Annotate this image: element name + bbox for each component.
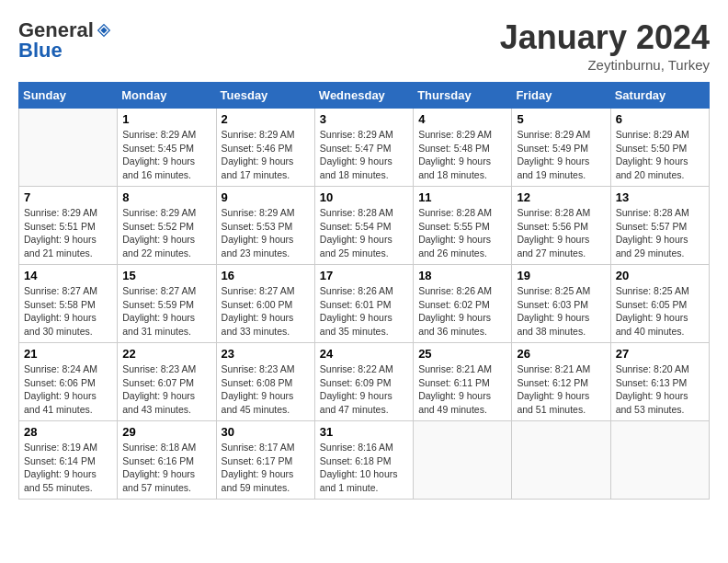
day-number: 7	[24, 190, 112, 204]
day-info: Sunrise: 8:26 AMSunset: 6:01 PMDaylight:…	[320, 284, 408, 339]
calendar-header-row: SundayMondayTuesdayWednesdayThursdayFrid…	[19, 83, 710, 109]
day-info: Sunrise: 8:22 AMSunset: 6:09 PMDaylight:…	[320, 362, 408, 417]
day-info: Sunrise: 8:28 AMSunset: 5:56 PMDaylight:…	[517, 206, 605, 260]
day-info: Sunrise: 8:25 AMSunset: 6:03 PMDaylight:…	[517, 284, 605, 339]
logo: General Blue	[18, 18, 112, 63]
calendar-cell	[414, 421, 512, 500]
day-number: 3	[320, 112, 408, 126]
day-number: 23	[222, 347, 310, 361]
week-row-4: 21Sunrise: 8:24 AMSunset: 6:06 PMDayligh…	[19, 343, 710, 421]
day-header-saturday: Saturday	[610, 83, 709, 109]
calendar-cell: 5Sunrise: 8:29 AMSunset: 5:49 PMDaylight…	[512, 109, 610, 187]
calendar-cell: 14Sunrise: 8:27 AMSunset: 5:58 PMDayligh…	[19, 265, 118, 343]
week-row-3: 14Sunrise: 8:27 AMSunset: 5:58 PMDayligh…	[19, 265, 710, 343]
day-info: Sunrise: 8:19 AMSunset: 6:14 PMDaylight:…	[24, 441, 112, 495]
day-info: Sunrise: 8:16 AMSunset: 6:18 PMDaylight:…	[320, 441, 408, 495]
day-number: 18	[418, 269, 506, 282]
day-number: 8	[122, 190, 210, 204]
subtitle: Zeytinburnu, Turkey	[500, 57, 710, 73]
day-number: 30	[222, 425, 310, 439]
day-info: Sunrise: 8:27 AMSunset: 5:59 PMDaylight:…	[122, 284, 210, 339]
day-number: 31	[320, 425, 408, 439]
day-header-wednesday: Wednesday	[314, 83, 413, 109]
logo-blue: Blue	[18, 39, 63, 63]
calendar-cell: 30Sunrise: 8:17 AMSunset: 6:17 PMDayligh…	[216, 421, 314, 500]
calendar-cell: 20Sunrise: 8:25 AMSunset: 6:05 PMDayligh…	[610, 265, 709, 343]
day-number: 20	[616, 269, 704, 282]
day-number: 5	[517, 112, 605, 126]
day-info: Sunrise: 8:29 AMSunset: 5:51 PMDaylight:…	[24, 206, 112, 260]
day-info: Sunrise: 8:29 AMSunset: 5:47 PMDaylight:…	[320, 128, 408, 182]
day-info: Sunrise: 8:29 AMSunset: 5:50 PMDaylight:…	[616, 128, 704, 182]
calendar-cell	[512, 421, 610, 500]
day-header-tuesday: Tuesday	[216, 83, 314, 109]
day-info: Sunrise: 8:21 AMSunset: 6:12 PMDaylight:…	[517, 362, 605, 417]
day-number: 15	[122, 269, 210, 282]
day-info: Sunrise: 8:28 AMSunset: 5:54 PMDaylight:…	[320, 206, 408, 260]
day-info: Sunrise: 8:29 AMSunset: 5:45 PMDaylight:…	[122, 128, 210, 182]
day-info: Sunrise: 8:21 AMSunset: 6:11 PMDaylight:…	[418, 362, 506, 417]
day-info: Sunrise: 8:23 AMSunset: 6:07 PMDaylight:…	[122, 362, 210, 417]
week-row-2: 7Sunrise: 8:29 AMSunset: 5:51 PMDaylight…	[19, 187, 710, 265]
day-number: 9	[222, 190, 310, 204]
calendar-cell: 31Sunrise: 8:16 AMSunset: 6:18 PMDayligh…	[314, 421, 413, 500]
calendar-cell: 17Sunrise: 8:26 AMSunset: 6:01 PMDayligh…	[314, 265, 413, 343]
calendar-cell: 3Sunrise: 8:29 AMSunset: 5:47 PMDaylight…	[314, 109, 413, 187]
calendar-cell: 2Sunrise: 8:29 AMSunset: 5:46 PMDaylight…	[216, 109, 314, 187]
calendar-cell: 8Sunrise: 8:29 AMSunset: 5:52 PMDaylight…	[118, 187, 216, 265]
day-number: 22	[122, 347, 210, 361]
day-header-friday: Friday	[512, 83, 610, 109]
week-row-1: 1Sunrise: 8:29 AMSunset: 5:45 PMDaylight…	[19, 109, 710, 187]
calendar-cell: 15Sunrise: 8:27 AMSunset: 5:59 PMDayligh…	[118, 265, 216, 343]
calendar-cell: 11Sunrise: 8:28 AMSunset: 5:55 PMDayligh…	[414, 187, 512, 265]
calendar-table: SundayMondayTuesdayWednesdayThursdayFrid…	[18, 82, 710, 500]
calendar-cell: 25Sunrise: 8:21 AMSunset: 6:11 PMDayligh…	[414, 343, 512, 421]
calendar-cell: 12Sunrise: 8:28 AMSunset: 5:56 PMDayligh…	[512, 187, 610, 265]
logo-icon	[96, 22, 112, 39]
calendar-cell: 29Sunrise: 8:18 AMSunset: 6:16 PMDayligh…	[118, 421, 216, 500]
day-number: 12	[517, 190, 605, 204]
calendar-cell: 13Sunrise: 8:28 AMSunset: 5:57 PMDayligh…	[610, 187, 709, 265]
day-number: 29	[122, 425, 210, 439]
day-info: Sunrise: 8:27 AMSunset: 6:00 PMDaylight:…	[222, 284, 310, 339]
day-info: Sunrise: 8:26 AMSunset: 6:02 PMDaylight:…	[418, 284, 506, 339]
day-info: Sunrise: 8:29 AMSunset: 5:48 PMDaylight:…	[418, 128, 506, 182]
calendar-cell: 6Sunrise: 8:29 AMSunset: 5:50 PMDaylight…	[610, 109, 709, 187]
calendar-cell: 10Sunrise: 8:28 AMSunset: 5:54 PMDayligh…	[314, 187, 413, 265]
day-info: Sunrise: 8:28 AMSunset: 5:57 PMDaylight:…	[616, 206, 704, 260]
calendar-cell	[610, 421, 709, 500]
calendar-cell: 27Sunrise: 8:20 AMSunset: 6:13 PMDayligh…	[610, 343, 709, 421]
calendar-cell: 9Sunrise: 8:29 AMSunset: 5:53 PMDaylight…	[216, 187, 314, 265]
day-number: 4	[418, 112, 506, 126]
day-number: 14	[24, 269, 112, 282]
day-number: 17	[320, 269, 408, 282]
calendar-cell: 18Sunrise: 8:26 AMSunset: 6:02 PMDayligh…	[414, 265, 512, 343]
day-number: 2	[222, 112, 310, 126]
calendar-cell: 22Sunrise: 8:23 AMSunset: 6:07 PMDayligh…	[118, 343, 216, 421]
calendar-cell: 4Sunrise: 8:29 AMSunset: 5:48 PMDaylight…	[414, 109, 512, 187]
day-number: 1	[122, 112, 210, 126]
calendar-cell: 16Sunrise: 8:27 AMSunset: 6:00 PMDayligh…	[216, 265, 314, 343]
title-block: January 2024 Zeytinburnu, Turkey	[500, 18, 710, 73]
day-info: Sunrise: 8:18 AMSunset: 6:16 PMDaylight:…	[122, 441, 210, 495]
day-info: Sunrise: 8:23 AMSunset: 6:08 PMDaylight:…	[222, 362, 310, 417]
day-info: Sunrise: 8:27 AMSunset: 5:58 PMDaylight:…	[24, 284, 112, 339]
month-title: January 2024	[500, 18, 710, 57]
day-number: 19	[517, 269, 605, 282]
day-number: 13	[616, 190, 704, 204]
day-info: Sunrise: 8:29 AMSunset: 5:46 PMDaylight:…	[222, 128, 310, 182]
day-info: Sunrise: 8:25 AMSunset: 6:05 PMDaylight:…	[616, 284, 704, 339]
day-info: Sunrise: 8:29 AMSunset: 5:52 PMDaylight:…	[122, 206, 210, 260]
calendar-cell: 28Sunrise: 8:19 AMSunset: 6:14 PMDayligh…	[19, 421, 118, 500]
day-number: 10	[320, 190, 408, 204]
calendar-cell: 19Sunrise: 8:25 AMSunset: 6:03 PMDayligh…	[512, 265, 610, 343]
day-number: 11	[418, 190, 506, 204]
calendar-cell: 26Sunrise: 8:21 AMSunset: 6:12 PMDayligh…	[512, 343, 610, 421]
day-header-monday: Monday	[118, 83, 216, 109]
week-row-5: 28Sunrise: 8:19 AMSunset: 6:14 PMDayligh…	[19, 421, 710, 500]
day-info: Sunrise: 8:29 AMSunset: 5:49 PMDaylight:…	[517, 128, 605, 182]
day-header-sunday: Sunday	[19, 83, 118, 109]
day-number: 21	[24, 347, 112, 361]
day-info: Sunrise: 8:20 AMSunset: 6:13 PMDaylight:…	[616, 362, 704, 417]
day-number: 27	[616, 347, 704, 361]
